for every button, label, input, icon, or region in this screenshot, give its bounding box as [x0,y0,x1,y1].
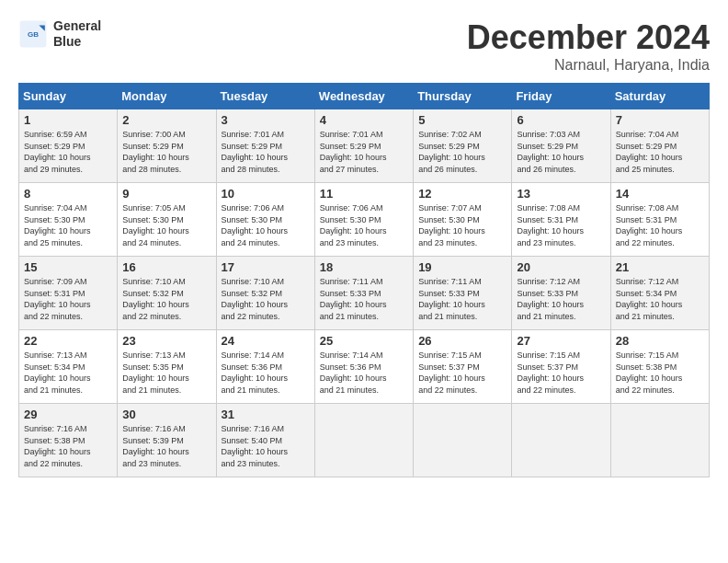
day-info: Sunrise: 7:06 AM Sunset: 5:30 PM Dayligh… [222,202,310,248]
calendar-table: SundayMondayTuesdayWednesdayThursdayFrid… [18,83,710,477]
calendar-cell: 22Sunrise: 7:13 AM Sunset: 5:34 PM Dayli… [19,330,118,404]
day-number: 2 [122,113,210,127]
day-number: 26 [418,334,506,348]
day-number: 9 [122,187,210,201]
day-number: 17 [222,260,310,274]
day-number: 15 [24,260,112,274]
logo-icon: GB [18,19,48,49]
calendar-header-row: SundayMondayTuesdayWednesdayThursdayFrid… [19,84,710,109]
calendar-cell: 15Sunrise: 7:09 AM Sunset: 5:31 PM Dayli… [19,257,118,330]
day-info: Sunrise: 7:15 AM Sunset: 5:37 PM Dayligh… [517,350,605,396]
day-info: Sunrise: 7:00 AM Sunset: 5:29 PM Dayligh… [122,129,210,175]
calendar-cell [414,404,512,477]
calendar-cell: 13Sunrise: 7:08 AM Sunset: 5:31 PM Dayli… [512,183,610,257]
day-number: 27 [517,334,605,348]
calendar-cell: 7Sunrise: 7:04 AM Sunset: 5:29 PM Daylig… [610,109,709,183]
calendar-week-1: 1Sunrise: 6:59 AM Sunset: 5:29 PM Daylig… [19,109,710,183]
calendar-cell: 26Sunrise: 7:15 AM Sunset: 5:37 PM Dayli… [414,330,512,404]
day-number: 25 [320,334,408,348]
calendar-cell: 17Sunrise: 7:10 AM Sunset: 5:32 PM Dayli… [216,257,314,330]
calendar-cell: 12Sunrise: 7:07 AM Sunset: 5:30 PM Dayli… [414,183,512,257]
header-day-monday: Monday [118,84,216,109]
calendar-week-3: 15Sunrise: 7:09 AM Sunset: 5:31 PM Dayli… [19,257,710,330]
calendar-cell: 23Sunrise: 7:13 AM Sunset: 5:35 PM Dayli… [118,330,216,404]
day-number: 31 [222,408,310,421]
day-number: 1 [24,113,112,127]
calendar-cell: 3Sunrise: 7:01 AM Sunset: 5:29 PM Daylig… [216,109,314,183]
header: GB General Blue December 2024 Narnaul, H… [18,18,710,74]
calendar-cell: 30Sunrise: 7:16 AM Sunset: 5:39 PM Dayli… [118,404,216,477]
calendar-cell: 18Sunrise: 7:11 AM Sunset: 5:33 PM Dayli… [314,257,413,330]
day-info: Sunrise: 7:14 AM Sunset: 5:36 PM Dayligh… [222,350,310,396]
logo: GB General Blue [18,18,101,50]
day-info: Sunrise: 7:12 AM Sunset: 5:34 PM Dayligh… [616,276,704,322]
day-info: Sunrise: 7:03 AM Sunset: 5:29 PM Dayligh… [517,129,605,175]
month-title: December 2024 [467,18,710,57]
calendar-cell: 16Sunrise: 7:10 AM Sunset: 5:32 PM Dayli… [118,257,216,330]
day-info: Sunrise: 7:15 AM Sunset: 5:37 PM Dayligh… [418,350,506,396]
calendar-cell: 29Sunrise: 7:16 AM Sunset: 5:38 PM Dayli… [19,404,118,477]
calendar-cell: 4Sunrise: 7:01 AM Sunset: 5:29 PM Daylig… [314,109,413,183]
calendar-cell [314,404,413,477]
calendar-cell: 9Sunrise: 7:05 AM Sunset: 5:30 PM Daylig… [118,183,216,257]
calendar-cell: 28Sunrise: 7:15 AM Sunset: 5:38 PM Dayli… [610,330,709,404]
day-number: 6 [517,113,605,127]
day-info: Sunrise: 7:16 AM Sunset: 5:38 PM Dayligh… [24,423,112,469]
calendar-cell: 2Sunrise: 7:00 AM Sunset: 5:29 PM Daylig… [118,109,216,183]
calendar-cell: 24Sunrise: 7:14 AM Sunset: 5:36 PM Dayli… [216,330,314,404]
day-number: 21 [616,260,704,274]
day-number: 30 [122,408,210,421]
calendar-cell: 14Sunrise: 7:08 AM Sunset: 5:31 PM Dayli… [610,183,709,257]
calendar-cell: 27Sunrise: 7:15 AM Sunset: 5:37 PM Dayli… [512,330,610,404]
calendar-cell [610,404,709,477]
header-day-friday: Friday [512,84,610,109]
day-info: Sunrise: 7:02 AM Sunset: 5:29 PM Dayligh… [418,129,506,175]
header-day-wednesday: Wednesday [314,84,413,109]
calendar-cell: 11Sunrise: 7:06 AM Sunset: 5:30 PM Dayli… [314,183,413,257]
title-area: December 2024 Narnaul, Haryana, India [467,18,710,74]
calendar-cell: 19Sunrise: 7:11 AM Sunset: 5:33 PM Dayli… [414,257,512,330]
day-info: Sunrise: 7:10 AM Sunset: 5:32 PM Dayligh… [222,276,310,322]
calendar-cell: 1Sunrise: 6:59 AM Sunset: 5:29 PM Daylig… [19,109,118,183]
day-info: Sunrise: 7:08 AM Sunset: 5:31 PM Dayligh… [517,202,605,248]
day-number: 7 [616,113,704,127]
day-info: Sunrise: 7:04 AM Sunset: 5:29 PM Dayligh… [616,129,704,175]
header-day-thursday: Thursday [414,84,512,109]
calendar-week-4: 22Sunrise: 7:13 AM Sunset: 5:34 PM Dayli… [19,330,710,404]
day-number: 29 [24,408,112,421]
day-info: Sunrise: 7:16 AM Sunset: 5:39 PM Dayligh… [122,423,210,469]
day-info: Sunrise: 7:13 AM Sunset: 5:35 PM Dayligh… [122,350,210,396]
day-number: 20 [517,260,605,274]
day-info: Sunrise: 7:16 AM Sunset: 5:40 PM Dayligh… [222,423,310,469]
day-number: 14 [616,187,704,201]
day-number: 24 [222,334,310,348]
day-info: Sunrise: 7:07 AM Sunset: 5:30 PM Dayligh… [418,202,506,248]
calendar-week-2: 8Sunrise: 7:04 AM Sunset: 5:30 PM Daylig… [19,183,710,257]
day-info: Sunrise: 7:13 AM Sunset: 5:34 PM Dayligh… [24,350,112,396]
day-info: Sunrise: 7:14 AM Sunset: 5:36 PM Dayligh… [320,350,408,396]
location-title: Narnaul, Haryana, India [467,57,710,74]
calendar-cell: 10Sunrise: 7:06 AM Sunset: 5:30 PM Dayli… [216,183,314,257]
day-info: Sunrise: 7:06 AM Sunset: 5:30 PM Dayligh… [320,202,408,248]
day-number: 5 [418,113,506,127]
day-number: 23 [122,334,210,348]
day-number: 12 [418,187,506,201]
day-info: Sunrise: 7:05 AM Sunset: 5:30 PM Dayligh… [122,202,210,248]
day-number: 4 [320,113,408,127]
calendar-cell: 21Sunrise: 7:12 AM Sunset: 5:34 PM Dayli… [610,257,709,330]
header-day-sunday: Sunday [19,84,118,109]
day-info: Sunrise: 6:59 AM Sunset: 5:29 PM Dayligh… [24,129,112,175]
calendar-cell: 5Sunrise: 7:02 AM Sunset: 5:29 PM Daylig… [414,109,512,183]
day-number: 11 [320,187,408,201]
day-info: Sunrise: 7:08 AM Sunset: 5:31 PM Dayligh… [616,202,704,248]
day-info: Sunrise: 7:12 AM Sunset: 5:33 PM Dayligh… [517,276,605,322]
day-info: Sunrise: 7:01 AM Sunset: 5:29 PM Dayligh… [222,129,310,175]
day-info: Sunrise: 7:11 AM Sunset: 5:33 PM Dayligh… [320,276,408,322]
calendar-cell [512,404,610,477]
day-number: 10 [222,187,310,201]
calendar-cell: 25Sunrise: 7:14 AM Sunset: 5:36 PM Dayli… [314,330,413,404]
day-number: 3 [222,113,310,127]
calendar-cell: 20Sunrise: 7:12 AM Sunset: 5:33 PM Dayli… [512,257,610,330]
calendar-week-5: 29Sunrise: 7:16 AM Sunset: 5:38 PM Dayli… [19,404,710,477]
calendar-cell: 31Sunrise: 7:16 AM Sunset: 5:40 PM Dayli… [216,404,314,477]
